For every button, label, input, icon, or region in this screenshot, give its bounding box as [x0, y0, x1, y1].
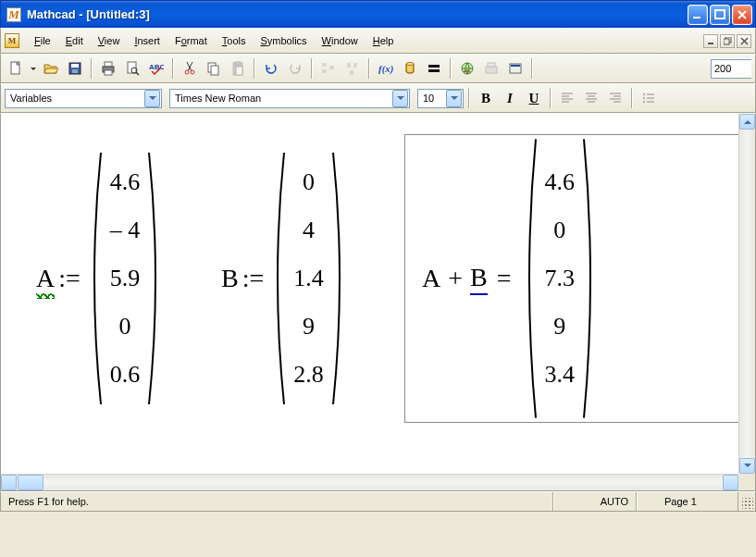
- variable-B: B: [221, 264, 239, 293]
- horizontal-scrollbar[interactable]: [1, 474, 738, 490]
- left-paren-icon: [521, 135, 539, 422]
- svg-rect-30: [428, 65, 440, 68]
- vec-R-2: 7.3: [545, 265, 576, 292]
- svg-rect-33: [486, 67, 497, 73]
- svg-rect-23: [322, 69, 327, 73]
- print-button[interactable]: [97, 57, 119, 80]
- align-down-button[interactable]: [341, 57, 364, 80]
- insert-unit-button[interactable]: [399, 57, 421, 80]
- vec-A-2: 5.9: [110, 265, 141, 292]
- mdi-close-button[interactable]: [737, 34, 751, 48]
- scroll-left-button[interactable]: [1, 475, 17, 490]
- style-combo[interactable]: Variables: [5, 89, 162, 108]
- svg-rect-36: [511, 65, 520, 67]
- style-dropdown-icon[interactable]: [144, 90, 160, 107]
- bullets-button[interactable]: [638, 88, 660, 108]
- undo-button[interactable]: [260, 57, 282, 80]
- math-region-A[interactable]: A := 4.6 – 4 5.9 0 0.6: [36, 149, 164, 408]
- style-value: Variables: [10, 93, 142, 104]
- maximize-button[interactable]: [710, 5, 730, 25]
- menu-symbolics[interactable]: Symbolics: [253, 32, 314, 49]
- paste-button[interactable]: [227, 57, 249, 80]
- status-page: Page 1: [637, 492, 738, 511]
- mdi-minimize-button[interactable]: [703, 34, 718, 48]
- fontsize-combo[interactable]: 10: [417, 89, 464, 108]
- scroll-up-button[interactable]: [739, 114, 755, 130]
- scroll-thumb[interactable]: [18, 475, 43, 490]
- vec-B-0: 0: [303, 168, 315, 196]
- vec-R-0: 4.6: [545, 168, 576, 196]
- menu-file[interactable]: File: [27, 32, 58, 49]
- svg-rect-2: [708, 43, 713, 44]
- menu-help[interactable]: Help: [366, 32, 402, 49]
- fontsize-dropdown-icon[interactable]: [446, 90, 462, 107]
- vec-B-1: 4: [303, 217, 315, 244]
- svg-rect-4: [724, 39, 729, 44]
- vector-result: 4.6 0 7.3 9 3.4: [539, 149, 581, 408]
- font-dropdown-icon[interactable]: [392, 90, 408, 107]
- status-bar: Press F1 for help. AUTO Page 1: [0, 491, 756, 512]
- cut-button[interactable]: [179, 57, 201, 80]
- vec-B-3: 9: [303, 313, 315, 340]
- new-dropdown[interactable]: [29, 57, 38, 80]
- format-toolbar: Variables Times New Roman 10 B I U: [0, 83, 756, 113]
- align-right-button[interactable]: [604, 88, 626, 108]
- resize-grip[interactable]: [738, 492, 755, 511]
- underline-button[interactable]: U: [523, 88, 545, 108]
- open-button[interactable]: [40, 57, 62, 80]
- insert-component-button[interactable]: [504, 57, 527, 80]
- spellcheck-button[interactable]: ABC: [145, 57, 167, 80]
- menu-tools[interactable]: Tools: [215, 32, 254, 49]
- minimize-button[interactable]: [688, 5, 708, 25]
- insert-hyperlink-button[interactable]: [456, 57, 478, 80]
- vec-R-4: 3.4: [545, 361, 576, 389]
- menu-format[interactable]: Format: [167, 32, 215, 49]
- align-region-button[interactable]: [317, 57, 340, 80]
- svg-point-16: [191, 70, 194, 74]
- close-button[interactable]: [732, 5, 752, 25]
- svg-text:f(x): f(x): [378, 63, 393, 75]
- new-button[interactable]: [5, 57, 27, 80]
- svg-rect-20: [235, 62, 241, 65]
- doc-icon[interactable]: M: [5, 33, 19, 48]
- menu-window[interactable]: Window: [315, 32, 366, 49]
- redo-button[interactable]: [284, 57, 306, 80]
- copy-button[interactable]: [203, 57, 225, 80]
- mdi-restore-button[interactable]: [720, 34, 735, 48]
- font-combo[interactable]: Times New Roman: [169, 89, 410, 108]
- status-help: Press F1 for help.: [1, 492, 553, 511]
- svg-rect-25: [347, 63, 351, 68]
- save-button[interactable]: [64, 57, 86, 80]
- document-area[interactable]: A := 4.6 – 4 5.9 0 0.6 B := 0 4 1.4 9 2.…: [1, 114, 738, 474]
- component-button[interactable]: [480, 57, 502, 80]
- scroll-corner: [738, 474, 755, 490]
- menu-insert[interactable]: Insert: [127, 32, 167, 49]
- insert-function-button[interactable]: f(x): [375, 57, 397, 80]
- calculate-button[interactable]: [423, 57, 445, 80]
- svg-rect-0: [693, 17, 700, 19]
- vec-B-2: 1.4: [293, 265, 324, 292]
- menu-edit[interactable]: Edit: [58, 32, 91, 49]
- svg-rect-18: [211, 66, 218, 75]
- vertical-scrollbar[interactable]: [738, 114, 755, 474]
- svg-point-37: [643, 93, 645, 95]
- vec-B-4: 2.8: [293, 361, 324, 389]
- vec-R-1: 0: [553, 217, 565, 244]
- math-region-B[interactable]: B := 0 4 1.4 9 2.8: [221, 149, 348, 408]
- fontsize-value: 10: [423, 93, 443, 104]
- menu-view[interactable]: View: [91, 32, 128, 49]
- equals-operator: =: [497, 264, 512, 293]
- align-left-button[interactable]: [556, 88, 578, 108]
- align-center-button[interactable]: [580, 88, 602, 108]
- expr-A: A: [422, 264, 440, 293]
- scroll-down-button[interactable]: [739, 458, 755, 474]
- math-region-result[interactable]: A + B = 4.6 0 7.3 9 3.4: [404, 134, 738, 423]
- svg-point-39: [643, 101, 645, 103]
- assign-operator-B: :=: [242, 264, 265, 293]
- italic-button[interactable]: I: [499, 88, 521, 108]
- zoom-combo[interactable]: 200: [711, 59, 751, 79]
- svg-rect-22: [322, 63, 327, 67]
- print-preview-button[interactable]: [121, 57, 143, 80]
- scroll-right-button[interactable]: [723, 475, 738, 490]
- bold-button[interactable]: B: [475, 88, 497, 108]
